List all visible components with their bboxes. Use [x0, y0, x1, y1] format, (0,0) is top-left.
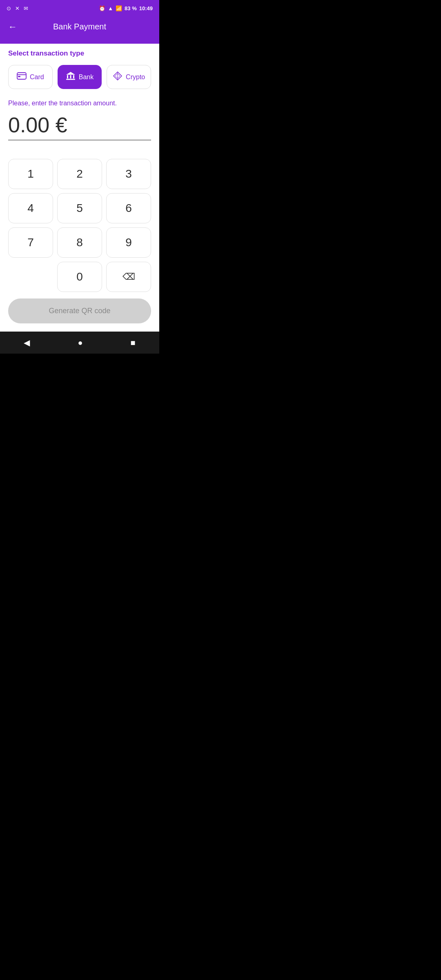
key-backspace[interactable]: ⌫ — [106, 262, 151, 292]
status-apps: ⊙ ✕ ✉ — [7, 5, 28, 11]
key-1[interactable]: 1 — [8, 159, 53, 189]
key-0[interactable]: 0 — [57, 262, 102, 292]
key-4[interactable]: 4 — [8, 193, 53, 223]
svg-rect-5 — [70, 75, 71, 78]
key-5[interactable]: 5 — [57, 193, 102, 223]
status-info: ⏰ ▲ 📶 83 % 10:49 — [99, 5, 153, 11]
transaction-type-selector: Card Bank — [8, 65, 151, 89]
key-empty — [8, 262, 53, 292]
battery-text: 83 % — [125, 5, 137, 11]
svg-rect-6 — [73, 75, 74, 78]
generate-qr-button[interactable]: Generate QR code — [8, 298, 151, 323]
back-button[interactable]: ← — [7, 20, 19, 34]
alarm-icon: ⏰ — [99, 5, 105, 11]
key-3[interactable]: 3 — [106, 159, 151, 189]
whatsapp-icon: ⊙ — [7, 5, 11, 11]
status-bar: ⊙ ✕ ✉ ⏰ ▲ 📶 83 % 10:49 — [0, 0, 159, 16]
page-title: Bank Payment — [53, 22, 106, 31]
svg-rect-4 — [67, 75, 68, 78]
keypad: 1 2 3 4 5 6 7 8 9 0 ⌫ — [8, 159, 151, 292]
amount-prompt: Please, enter the transaction amount. — [8, 100, 151, 107]
bank-button[interactable]: Bank — [58, 65, 102, 89]
nav-home-button[interactable]: ● — [69, 336, 91, 349]
key-7[interactable]: 7 — [8, 227, 53, 258]
signal-icon: 📶 — [116, 5, 122, 11]
key-6[interactable]: 6 — [106, 193, 151, 223]
key-9[interactable]: 9 — [106, 227, 151, 258]
main-card: Select transaction type Card — [0, 38, 159, 332]
time-text: 10:49 — [139, 5, 153, 11]
svg-marker-3 — [66, 72, 75, 75]
key-2[interactable]: 2 — [57, 159, 102, 189]
bank-icon — [66, 71, 76, 82]
amount-display: 0.00 € — [8, 113, 151, 140]
nav-back-button[interactable]: ◀ — [16, 336, 38, 349]
x-icon: ✕ — [15, 5, 20, 11]
gmail-icon: ✉ — [24, 5, 28, 11]
crypto-label: Crypto — [126, 74, 145, 81]
svg-rect-7 — [66, 79, 75, 80]
key-8[interactable]: 8 — [57, 227, 102, 258]
svg-rect-2 — [18, 76, 20, 77]
crypto-button[interactable]: Crypto — [107, 65, 151, 89]
crypto-icon — [113, 71, 122, 83]
card-label: Card — [30, 74, 44, 81]
wifi-icon: ▲ — [108, 5, 113, 11]
card-icon — [17, 72, 27, 82]
header: ← Bank Payment — [0, 16, 159, 44]
card-button[interactable]: Card — [8, 65, 53, 89]
nav-recent-button[interactable]: ■ — [122, 336, 143, 349]
bank-label: Bank — [79, 74, 94, 81]
bottom-nav: ◀ ● ■ — [0, 332, 159, 354]
section-label: Select transaction type — [8, 49, 151, 58]
